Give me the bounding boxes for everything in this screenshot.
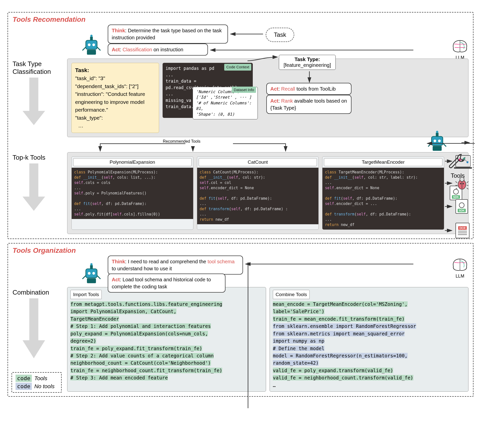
svg-point-31 <box>460 177 464 181</box>
tools-recommendation-section: Tools Recomendation Think: Determine the… <box>8 12 473 239</box>
legend: codeTools codeNo tools <box>12 372 62 393</box>
svg-point-32 <box>460 183 461 184</box>
llm-icon: LLM <box>450 39 470 60</box>
act-bubble-2: Act: Load tool schema and historical cod… <box>108 274 225 293</box>
act-recall-bubble: Act: Recall tools from ToolLib <box>266 83 351 95</box>
llm-icon: LLM <box>450 257 470 279</box>
dataset-info-card: Dataset Info 'Numeric Columns': ['Id' ,'… <box>193 87 258 119</box>
svg-rect-22 <box>87 278 96 283</box>
act-rank-bubble: Act: Rank avalbale tools based on {Task … <box>266 95 351 114</box>
step3-label: Combination <box>13 287 58 296</box>
svg-point-13 <box>436 131 438 133</box>
svg-point-33 <box>463 183 464 184</box>
down-arrow-icon <box>23 298 45 358</box>
down-arrow-icon <box>23 163 45 211</box>
svg-rect-0 <box>86 40 97 49</box>
svg-point-2 <box>92 44 95 46</box>
bug-icon <box>455 176 468 190</box>
ocr-icon: OCR <box>455 223 469 238</box>
section2-title: Tools Organization <box>13 247 468 255</box>
svg-rect-12 <box>436 133 439 136</box>
task-card: Task: "task_id": "3" "dependent_task_ids… <box>71 63 159 133</box>
step2-label: Top-k Tools <box>13 152 58 161</box>
svg-rect-3 <box>90 37 93 40</box>
down-arrow-icon <box>23 78 45 125</box>
think-bubble-2: Think: I need to read and comprehend the… <box>108 256 243 275</box>
svg-point-4 <box>90 35 93 37</box>
tool-card-targetmean: TargetMeanEncoder class TargetMeanEncode… <box>322 156 444 230</box>
svg-point-18 <box>88 272 91 275</box>
code-lines: mean_encode = TargetMeanEncoder(col='MSZ… <box>273 301 465 389</box>
svg-point-1 <box>88 44 91 46</box>
task-type-box: Task Type: [feature_engineering] <box>279 55 336 70</box>
tool-code: class CatCount(MLProcess): def __init__(… <box>197 168 319 224</box>
laptop-icon <box>455 155 470 167</box>
robot-icon <box>80 262 103 285</box>
topk-tools-panel: PolynomialExpansion class PolynomialExpa… <box>67 152 468 234</box>
svg-rect-5 <box>87 50 96 55</box>
svg-rect-17 <box>86 269 97 278</box>
tool-code: class PolynomialExpansion(MLProcess): de… <box>72 168 193 219</box>
import-tools-panel: Import Tools from metagpt.tools.function… <box>67 287 266 392</box>
combine-tools-panel: Combine Tools mean_encode = TargetMeanEn… <box>270 287 468 392</box>
task-cloud: Task <box>266 28 294 42</box>
classification-panel: Task: "task_id": "3" "dependent_task_ids… <box>67 59 468 137</box>
svg-point-19 <box>92 272 95 275</box>
svg-rect-20 <box>90 265 93 269</box>
tool-card-catcount: CatCount class CatCount(MLProcess): def … <box>197 156 319 230</box>
code-lines: from metagpt.tools.functions.libs.featur… <box>70 301 263 382</box>
svg-point-21 <box>90 263 93 265</box>
act-bubble-1: Act: Classification on instruction <box>108 44 208 56</box>
think-bubble-1: Think: Determine the task type based on … <box>108 25 228 44</box>
tool-card-polyexp: PolynomialExpansion class PolynomialExpa… <box>71 156 193 230</box>
sdk-icon: SDK <box>455 199 468 214</box>
tools-organization-section: Tools Organization Think: I need to read… <box>8 243 473 397</box>
tool-code: class TargetMeanEncoder(MLProcess): def … <box>322 168 444 230</box>
robot-icon <box>80 34 103 56</box>
section1-title: Tools Recomendation <box>13 16 468 24</box>
step1-label: Task Type Classification <box>13 59 58 76</box>
